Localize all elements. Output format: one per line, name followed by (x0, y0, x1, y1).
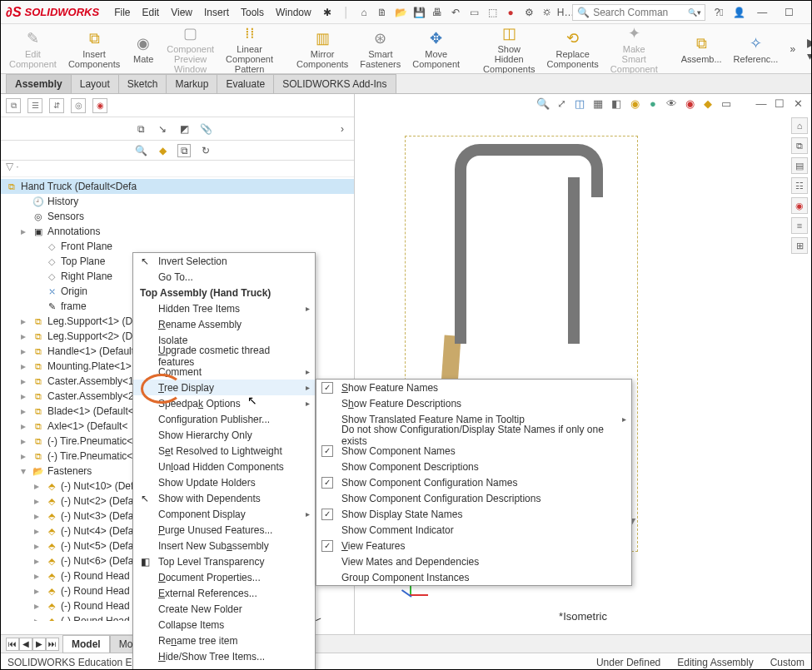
tree-item[interactable]: ▸▣Annotations (1, 224, 354, 239)
ctx-invert-selection[interactable]: ↖ Invert Selection (133, 253, 315, 269)
submenu-item[interactable]: ✓Show Component Names (316, 443, 631, 459)
submenu-item[interactable]: ✓View Features (316, 538, 631, 553)
tp-forum-icon[interactable]: ⊞ (791, 237, 808, 254)
menu-view[interactable]: View (171, 7, 192, 18)
expand-icon[interactable]: ▸ (17, 315, 29, 327)
vp-orient-icon[interactable]: ◫ (573, 97, 586, 110)
assembly-more-button[interactable]: ⧉Assemb... (681, 33, 722, 64)
ctx-expand-icon[interactable]: ⌄ (133, 664, 315, 670)
ctx-item[interactable]: Rename Assembly (133, 316, 315, 332)
ctx-item[interactable]: Set Resolved to Lightweight (133, 443, 315, 459)
play-button[interactable]: ▶▾ (807, 36, 811, 62)
expand-icon[interactable]: ▸ (31, 480, 42, 492)
ctx-item[interactable]: ◧Top Level Transparency (133, 553, 315, 569)
status-units[interactable]: Custom (770, 657, 805, 668)
vp-hide-icon[interactable]: ● (646, 97, 660, 110)
doc-min-icon[interactable]: — (755, 97, 768, 110)
tree-item[interactable]: 🕘History (1, 194, 354, 209)
tab-evaluate[interactable]: Evaluate (217, 74, 274, 93)
tree-root[interactable]: ⧉ Hand Truck (Default<Defa (1, 179, 354, 194)
tp-custom-icon[interactable]: ≡ (791, 217, 808, 234)
fm-display-icon[interactable]: ◎ (71, 98, 86, 113)
submenu-item[interactable]: ✓Show Display State Names (316, 506, 631, 522)
ctx-item[interactable]: External References... (133, 585, 315, 601)
minimize-button[interactable]: — (752, 4, 772, 21)
doc-close-icon[interactable]: ✕ (791, 97, 805, 110)
expand-icon[interactable]: ▸ (17, 450, 29, 462)
user-icon[interactable]: 👤 (732, 6, 745, 19)
select-icon[interactable]: ▭ (467, 6, 481, 19)
submenu-item[interactable]: View Mates and Dependencies (316, 553, 631, 569)
tree-item[interactable]: ◎Sensors (1, 209, 354, 224)
home-icon[interactable]: ⌂ (357, 6, 371, 19)
menu-file[interactable]: File (114, 7, 130, 18)
ctx-item[interactable]: Component Display▸ (133, 506, 315, 522)
reference-more-button[interactable]: ✧Referenc... (734, 33, 779, 64)
sheet-prev-icon[interactable]: ◀ (19, 638, 32, 651)
vp-zoomfit-icon[interactable]: 🔍 (536, 97, 550, 110)
ctx-item[interactable]: Document Properties... (133, 569, 315, 585)
smart-fasteners-button[interactable]: ⊛Smart Fasteners (360, 28, 401, 69)
expand-icon[interactable]: ▸ (17, 420, 29, 432)
fm-ico4[interactable]: 📎 (199, 122, 212, 136)
misc-icon[interactable]: H… (559, 6, 572, 19)
settings-icon[interactable]: ⛭ (541, 6, 554, 19)
ctx-go-to[interactable]: Go To... (133, 269, 315, 285)
linear-pattern-button[interactable]: ⁞⁞Linear Component Pattern (226, 24, 273, 74)
search-input[interactable] (593, 7, 685, 18)
ctx-item[interactable]: Speedpak Options▸ (133, 395, 315, 411)
vp-section-icon[interactable]: ◧ (610, 97, 623, 110)
mirror-components-button[interactable]: ▥Mirror Components (296, 28, 348, 69)
ctx-item[interactable]: Create New Folder (133, 601, 315, 617)
open-icon[interactable]: 📂 (394, 6, 407, 19)
tp-view-icon[interactable]: ☷ (791, 177, 808, 194)
expand-icon[interactable]: ▸ (31, 600, 42, 612)
expand-icon[interactable]: ▸ (17, 345, 29, 357)
submenu-item[interactable]: Show Feature Descriptions (316, 395, 631, 411)
fm-ico2[interactable]: ↘ (156, 122, 169, 136)
fm-filter2-icon[interactable]: ⧉ (177, 144, 191, 157)
submenu-item[interactable]: Show Component Configuration Description… (316, 490, 631, 506)
expand-icon[interactable]: ▸ (17, 330, 29, 342)
vp-scene-icon[interactable]: ◉ (628, 97, 641, 110)
maximize-button[interactable]: ☐ (779, 4, 799, 21)
expand-icon[interactable]: ▸ (31, 510, 42, 522)
expand-icon[interactable]: ▸ (17, 405, 29, 417)
menu-window[interactable]: Window (276, 7, 311, 18)
fm-zoom-icon[interactable]: 🔍 (134, 144, 147, 157)
ctx-item[interactable]: Collapse Items (133, 617, 315, 633)
tp-resources-icon[interactable]: ⧉ (791, 137, 808, 154)
ctx-item[interactable]: Show Update Holders (133, 474, 315, 490)
vp-appearance-icon[interactable]: ◉ (683, 97, 696, 110)
tp-appearance-icon[interactable]: ◉ (791, 197, 808, 214)
sheet-next-icon[interactable]: ▶ (32, 638, 46, 651)
fm-ico1[interactable]: ⧉ (134, 122, 147, 136)
vp-edit-icon[interactable]: 👁 (665, 97, 678, 110)
fm-filter1-icon[interactable]: ◆ (156, 144, 169, 157)
menu-insert[interactable]: Insert (204, 7, 229, 18)
tp-design-icon[interactable]: ▤ (791, 157, 808, 174)
submenu-item[interactable]: Show Comment Indicator (316, 522, 631, 538)
tp-home-icon[interactable]: ⌂ (791, 117, 808, 134)
help-icon[interactable]: ?⃝ (712, 6, 725, 19)
submenu-item[interactable]: ✓Show Feature Names (316, 380, 631, 395)
expand-icon[interactable]: ▸ (31, 555, 42, 567)
ctx-item[interactable]: Purge Unused Features... (133, 522, 315, 538)
vp-screen-icon[interactable]: ▭ (720, 97, 733, 110)
ribbon-overflow-icon[interactable]: » (790, 42, 795, 56)
ctx-item[interactable]: Rename tree item (133, 633, 315, 648)
search-dropdown-icon[interactable]: 🔍▾ (688, 6, 701, 19)
rebuild-icon[interactable]: ● (504, 6, 517, 19)
sheet-first-icon[interactable]: ⏮ (6, 638, 19, 651)
fm-filter3-icon[interactable]: ↻ (199, 144, 212, 157)
command-search[interactable]: 🔍 🔍▾ (572, 4, 705, 21)
submenu-item[interactable]: Show Component Descriptions (316, 459, 631, 474)
submenu-item[interactable]: ✓Show Component Configuration Names (316, 474, 631, 490)
fm-tree-icon[interactable]: ⧉ (6, 98, 21, 113)
ctx-item[interactable]: Unload Hidden Components (133, 459, 315, 474)
tab-layout[interactable]: Layout (71, 74, 119, 93)
selectmode-icon[interactable]: ⬚ (486, 6, 499, 19)
ctx-item[interactable]: Hidden Tree Items▸ (133, 300, 315, 316)
ctx-item[interactable]: Tree Display▸ (133, 380, 315, 395)
options-icon[interactable]: ⚙ (522, 6, 536, 19)
